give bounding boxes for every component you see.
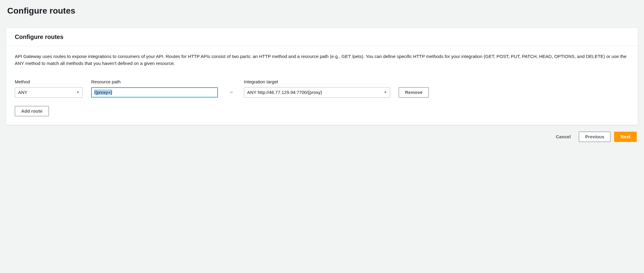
next-button[interactable]: Next (614, 132, 637, 142)
resource-path-input[interactable]: /{proxy+} (91, 87, 218, 98)
cancel-button[interactable]: Cancel (551, 132, 575, 142)
arrow-right-icon: → (228, 89, 234, 95)
dropdown-caret-icon: ▼ (76, 91, 79, 94)
method-select[interactable]: ANY ▼ (15, 87, 83, 98)
remove-button[interactable]: Remove (399, 87, 429, 98)
resource-path-value: /{proxy+} (94, 89, 112, 95)
dropdown-caret-icon: ▼ (384, 91, 387, 94)
panel-body: API Gateway uses routes to expose integr… (6, 46, 638, 125)
resource-path-label: Resource path (91, 79, 121, 84)
method-label: Method (15, 79, 30, 84)
add-route-button[interactable]: Add route (15, 106, 49, 116)
panel-header: Configure routes (6, 28, 638, 46)
integration-target-label: Integration target (244, 79, 278, 84)
route-row: ANY ▼ /{proxy+} → ANY http://46.77.129.9… (15, 87, 629, 98)
integration-target-select[interactable]: ANY http://46.77.129.94:7700/{proxy} ▼ (244, 87, 390, 98)
method-value: ANY (18, 90, 27, 95)
panel-title: Configure routes (15, 34, 629, 40)
column-labels-row: Method Resource path Integration target (15, 79, 629, 84)
page-title: Configure routes (7, 6, 638, 16)
previous-button[interactable]: Previous (579, 132, 611, 142)
integration-target-value: ANY http://46.77.129.94:7700/{proxy} (247, 90, 322, 95)
wizard-actions: Cancel Previous Next (6, 132, 638, 142)
configure-routes-panel: Configure routes API Gateway uses routes… (6, 28, 638, 125)
panel-description: API Gateway uses routes to expose integr… (15, 53, 629, 67)
